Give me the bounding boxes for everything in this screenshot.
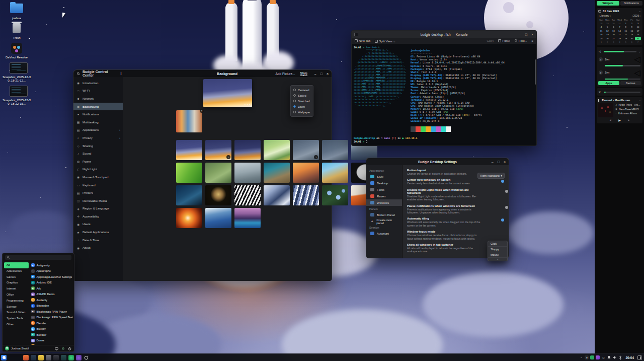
taskbar-app-system-monitor[interactable] <box>46 355 51 360</box>
sound-tab-devices[interactable]: Devices <box>620 81 641 85</box>
app-item-bomber[interactable]: ● Bomber <box>31 332 73 338</box>
app-item-blackmagic-raw-speed-test[interactable]: ◔ Blackmagic RAW Speed Test <box>31 315 73 321</box>
taskbar-app-chat-app[interactable] <box>76 355 82 360</box>
calendar-day[interactable]: 9 <box>629 25 635 29</box>
calendar-day[interactable]: 2 <box>604 40 610 44</box>
minimize-button[interactable]: – <box>492 160 494 164</box>
calendar-day[interactable]: 28 <box>598 22 604 25</box>
style-button[interactable]: Style <box>300 71 307 76</box>
notifications-bell-icon[interactable] <box>607 355 611 359</box>
wallpaper-thumb-explosion-art[interactable] <box>176 208 202 228</box>
add-picture-button[interactable]: Add Picture... <box>276 72 295 76</box>
lock-screen-icon[interactable] <box>55 347 58 350</box>
vpn-tray-icon[interactable]: ~ <box>579 355 583 359</box>
sidebar-item-mouse-touchpad[interactable]: ◉ Mouse & Touchpad <box>73 173 123 181</box>
power-icon[interactable] <box>68 347 71 350</box>
wallpaper-thumb-rocket-launch-night[interactable] <box>234 140 261 160</box>
close-button[interactable]: × <box>504 160 506 164</box>
sidebar-item-removable-media[interactable]: ◫ Removable Media <box>73 197 123 205</box>
calendar-day[interactable]: 5 <box>604 25 610 29</box>
app-item-antigravity[interactable]: ▲ Antigravity <box>31 262 73 268</box>
sidebar-item-network[interactable]: ◆ Network <box>73 95 123 103</box>
app-item-apostrophe[interactable]: “ Apostrophe <box>31 268 73 274</box>
calendar-day[interactable]: 24 <box>635 33 641 36</box>
app-item-bitwarden[interactable]: ◈ Bitwarden <box>31 303 73 309</box>
category-science[interactable]: Science <box>4 304 29 310</box>
category-all[interactable]: All <box>4 262 29 268</box>
wallpaper-thumb-rocket-launch-dusk[interactable]: ◔ <box>205 140 231 160</box>
hamburger-menu-icon[interactable]: ≡ <box>531 39 533 42</box>
calendar-day[interactable]: 1 <box>623 22 629 25</box>
split-view-button[interactable]: Split View ⌄ <box>375 39 395 43</box>
calendar-day[interactable]: 13 <box>610 29 616 33</box>
wallpaper-thumb-green-hills[interactable] <box>176 163 202 183</box>
taskbar-app-dev-tool[interactable] <box>61 355 66 360</box>
calendar-day[interactable]: 11 <box>598 29 604 33</box>
sidebar-item-default-applications[interactable]: ★ Default Applications <box>73 228 123 236</box>
calendar-expand-icon[interactable]: ⌄ <box>638 10 641 13</box>
sidebar-item-printers[interactable]: ▤ Printers <box>73 189 123 197</box>
taskbar-app-zen-browser[interactable] <box>68 355 74 360</box>
calendar-day[interactable]: 16 <box>629 29 635 33</box>
calendar-day[interactable]: 4 <box>598 25 604 29</box>
user-picture-thumb[interactable]: × <box>176 110 202 132</box>
calendar-day[interactable]: 22 <box>623 33 629 36</box>
category-office[interactable]: Office <box>4 292 29 298</box>
remove-picture-badge[interactable]: × <box>200 109 204 113</box>
mic-level-slider[interactable] <box>604 92 640 93</box>
calendar-day[interactable]: 17 <box>635 29 641 33</box>
app-item-appimagelauncher-settings[interactable]: ◆ AppImageLauncher Settings <box>31 274 73 280</box>
kebab-menu-icon[interactable]: ⋮ <box>119 71 123 76</box>
desktop-icon-snapshot-202[interactable]: Snapshot_2025-12-30_18-22-15... <box>2 86 31 106</box>
settings-nav-desktop[interactable]: Desktop <box>366 180 402 186</box>
purple-tray-icon[interactable] <box>596 355 600 359</box>
app-item-blackmagic-raw-player[interactable]: ▶ Blackmagic RAW Player <box>31 309 73 315</box>
app-volume-slider[interactable] <box>605 65 640 66</box>
bluetooth-icon[interactable] <box>619 355 622 360</box>
style-option-centered[interactable]: Centered <box>291 87 313 93</box>
sidebar-item-sharing[interactable]: ◇ Sharing <box>73 142 123 150</box>
calendar-day[interactable]: 8 <box>623 25 629 29</box>
calendar-day[interactable]: 5 <box>623 40 629 44</box>
button-layout-dropdown[interactable]: Right (standard) ▾ <box>477 173 505 179</box>
play-button[interactable]: ▶ <box>618 118 621 122</box>
focus-option-click[interactable]: Click <box>488 241 507 247</box>
wallpaper-thumb-forest-art-light[interactable] <box>264 140 290 160</box>
calendar-day[interactable]: 12 <box>604 29 610 33</box>
suspend-icon[interactable] <box>61 347 65 350</box>
sidebar-item-multitasking[interactable]: ▦ Multitasking <box>73 118 123 126</box>
sidebar-item-night-light[interactable]: ☾ Night Light <box>73 166 123 174</box>
app-item-blender[interactable]: ◍ Blender <box>31 320 73 326</box>
calendar-day[interactable]: 6 <box>629 40 635 44</box>
calendar-day[interactable]: 19 <box>604 33 610 36</box>
calendar-day[interactable]: 29 <box>604 22 610 25</box>
wallpaper-thumb-osprey-bird[interactable] <box>205 163 231 183</box>
user-avatar[interactable] <box>5 346 9 350</box>
sidebar-item-applications[interactable]: ▤ Applications › <box>73 126 123 134</box>
app-item-arduino-ide[interactable]: ∞ Arduino IDE <box>31 280 73 286</box>
sidebar-item-accessibility[interactable]: ✛ Accessibility <box>73 212 123 221</box>
wallpaper-thumb-ocean-waves[interactable] <box>205 208 231 228</box>
sidebar-item-sound[interactable]: ♪ Sound <box>73 150 123 158</box>
style-option-wallpaper[interactable]: Wallpaper <box>291 109 313 115</box>
app-menu-search[interactable] <box>5 255 71 260</box>
close-button[interactable]: × <box>531 33 533 36</box>
category-internet[interactable]: Internet <box>4 286 29 292</box>
sidebar-item-region-language[interactable]: ◈ Region & Language <box>73 205 123 213</box>
settings-nav-bottom-panel[interactable]: Bottom Panel <box>366 211 402 218</box>
output-volume-slider[interactable] <box>604 51 636 52</box>
raven-tab-notifications[interactable]: Notifications <box>620 1 643 6</box>
maximize-button[interactable]: □ <box>320 72 323 76</box>
wallpaper-thumb-dark-geometric[interactable] <box>176 185 202 205</box>
wallpaper-thumb-bird-on-cliff[interactable] <box>234 163 261 183</box>
sidebar-item-privacy[interactable]: ◐ Privacy › <box>73 134 123 142</box>
sidebar-item-date-time[interactable]: ◔ Date & Time <box>73 236 123 244</box>
raven-tab-widgets[interactable]: Widgets <box>597 1 619 6</box>
wallpaper-thumb-colosseum[interactable] <box>322 163 348 183</box>
wallpaper-thumb-forest-art-dark[interactable] <box>322 140 348 160</box>
settings-nav-fonts[interactable]: Fonts <box>366 186 402 193</box>
konsole-titlebar[interactable]: budgie-desktop : fish — Konsole – □ × <box>352 31 536 38</box>
category-sound-video[interactable]: Sound & Video <box>4 310 29 316</box>
next-track-button[interactable]: » <box>628 118 629 122</box>
sidebar-item-introduction[interactable]: ◉ Introduction <box>73 79 123 87</box>
